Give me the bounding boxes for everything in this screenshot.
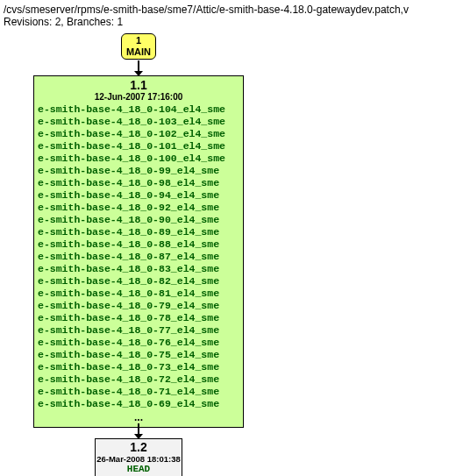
rev-summary: Revisions: 2, Branches: 1 xyxy=(4,16,445,28)
tags-ellipsis: ... xyxy=(34,410,243,423)
branch-number: 1 xyxy=(122,35,155,46)
tag-item: e-smith-base-4_18_0-90_el4_sme xyxy=(38,214,239,226)
graph-canvas: 1 MAIN 1.1 12-Jun-2007 17:16:00 e-smith-… xyxy=(0,30,449,476)
tag-item: e-smith-base-4_18_0-82_el4_sme xyxy=(38,275,239,288)
tag-item: e-smith-base-4_18_0-99_el4_sme xyxy=(38,165,239,177)
tag-item: e-smith-base-4_18_0-72_el4_sme xyxy=(38,373,239,386)
tag-item: e-smith-base-4_18_0-94_el4_sme xyxy=(38,189,239,202)
header: /cvs/smeserver/rpms/e-smith-base/sme7/At… xyxy=(0,0,449,30)
branch-node-main[interactable]: 1 MAIN xyxy=(121,33,156,60)
revision-date: 26-Mar-2008 18:01:38 xyxy=(96,454,182,464)
tag-item: e-smith-base-4_18_0-88_el4_sme xyxy=(38,238,239,251)
branch-label: MAIN xyxy=(122,46,155,58)
tag-item: e-smith-base-4_18_0-87_el4_sme xyxy=(38,251,239,263)
revision-date: 12-Jun-2007 17:16:00 xyxy=(34,92,243,103)
head-label: HEAD xyxy=(96,464,182,474)
tag-item: e-smith-base-4_18_0-78_el4_sme xyxy=(38,312,239,324)
tag-item: e-smith-base-4_18_0-98_el4_sme xyxy=(38,177,239,189)
tag-item: e-smith-base-4_18_0-92_el4_sme xyxy=(38,202,239,214)
tag-item: e-smith-base-4_18_0-75_el4_sme xyxy=(38,349,239,361)
tag-item: e-smith-base-4_18_0-100_el4_sme xyxy=(38,153,239,165)
tag-item: e-smith-base-4_18_0-81_el4_sme xyxy=(38,288,239,300)
revision-node-1-2[interactable]: 1.2 26-Mar-2008 18:01:38 HEAD xyxy=(95,438,182,476)
tag-item: e-smith-base-4_18_0-79_el4_sme xyxy=(38,300,239,312)
tag-item: e-smith-base-4_18_0-69_el4_sme xyxy=(38,398,239,410)
arrow-icon xyxy=(138,423,139,434)
tag-item: e-smith-base-4_18_0-103_el4_sme xyxy=(38,116,239,128)
tag-item: e-smith-base-4_18_0-101_el4_sme xyxy=(38,140,239,153)
tag-item: e-smith-base-4_18_0-104_el4_sme xyxy=(38,103,239,116)
tag-list: e-smith-base-4_18_0-104_el4_sme e-smith-… xyxy=(34,103,243,410)
revision-version: 1.2 xyxy=(96,440,182,454)
file-path: /cvs/smeserver/rpms/e-smith-base/sme7/At… xyxy=(4,4,445,16)
tag-item: e-smith-base-4_18_0-102_el4_sme xyxy=(38,128,239,140)
revision-version: 1.1 xyxy=(34,76,243,92)
arrow-icon xyxy=(138,60,139,71)
tag-item: e-smith-base-4_18_0-71_el4_sme xyxy=(38,386,239,398)
tag-item: e-smith-base-4_18_0-73_el4_sme xyxy=(38,361,239,373)
tag-item: e-smith-base-4_18_0-89_el4_sme xyxy=(38,226,239,238)
tag-item: e-smith-base-4_18_0-76_el4_sme xyxy=(38,337,239,349)
revision-node-1-1[interactable]: 1.1 12-Jun-2007 17:16:00 e-smith-base-4_… xyxy=(33,75,244,428)
tag-item: e-smith-base-4_18_0-77_el4_sme xyxy=(38,324,239,337)
tag-item: e-smith-base-4_18_0-83_el4_sme xyxy=(38,263,239,275)
